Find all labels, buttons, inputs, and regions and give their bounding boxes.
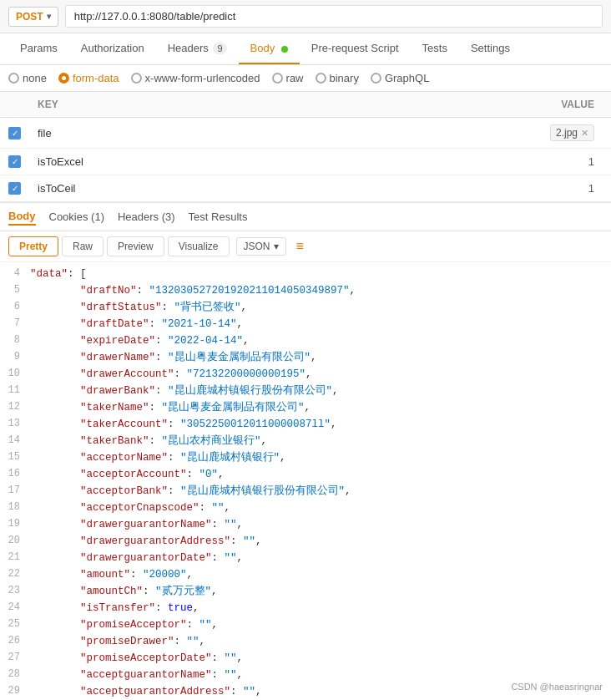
tab-prerequest[interactable]: Pre-request Script [300,33,411,64]
chevron-down-icon: ▾ [47,12,51,21]
fmt-pretty[interactable]: Pretty [8,236,58,256]
code-line-24: 24 "isTransfer": true, [0,600,611,616]
body-type-row: none form-data x-www-form-urlencoded raw… [0,65,611,92]
radio-circle-binary [316,73,326,84]
col-value: VALUE [306,92,611,118]
method-label: POST [16,11,43,23]
format-row: Pretty Raw Preview Visualize JSON ▾ ≡ [0,231,611,262]
col-key: KEY [29,92,306,118]
radio-graphql[interactable]: GraphQL [371,72,429,84]
body-dot [281,46,288,53]
json-selector[interactable]: JSON ▾ [236,237,286,256]
radio-raw[interactable]: raw [272,72,304,84]
tab-tests[interactable]: Tests [411,33,459,64]
checkbox-istoceil[interactable]: ✓ [8,182,21,195]
checkbox-istoexcel[interactable]: ✓ [8,155,21,168]
code-line-25: 25 "promiseAcceptor": "", [0,616,611,633]
radio-circle-urlencoded [131,73,142,84]
code-line-18: 18 "acceptorCnapscode": "", [0,500,611,516]
radio-circle-graphql [371,73,381,84]
fmt-visualize[interactable]: Visualize [168,236,230,256]
code-area: 4 "data": [ 5 "draftNo": "13203052720192… [0,262,611,700]
tab-body[interactable]: Body [239,33,300,64]
checkbox-file[interactable]: ✓ [8,127,21,139]
radio-circle-formdata [58,73,69,84]
fmt-preview[interactable]: Preview [107,236,164,256]
code-line-5: 5 "draftNo": "13203052720192021101405034… [0,282,611,299]
filter-icon[interactable]: ≡ [296,239,304,254]
code-line-16: 16 "acceptorAccount": "0", [0,466,611,483]
remove-file-icon[interactable]: ✕ [581,128,588,139]
chevron-json-icon: ▾ [274,241,279,252]
code-line-28: 28 "acceptguarantorName": "", [0,667,611,683]
radio-formdata[interactable]: form-data [58,72,119,84]
value-istoceil: 1 [306,175,611,202]
code-line-9: 9 "drawerName": "昆山粤麦金属制品有限公司", [0,349,611,366]
json-label: JSON [244,241,270,252]
tab-headers[interactable]: Headers 9 [156,33,239,64]
method-dropdown[interactable]: POST ▾ [8,7,58,27]
code-line-22: 22 "amount": "20000", [0,566,611,583]
resp-tab-headers[interactable]: Headers (3) [118,209,175,225]
tab-authorization[interactable]: Authorization [69,33,156,64]
nav-tabs: Params Authorization Headers 9 Body Pre-… [0,33,611,65]
radio-circle-none [8,73,19,84]
code-line-11: 11 "drawerBank": "昆山鹿城村镇银行股份有限公司", [0,383,611,399]
code-line-7: 7 "draftDate": "2021-10-14", [0,316,611,332]
tab-params[interactable]: Params [8,33,69,64]
table-row: ✓ file 2.jpg ✕ [0,118,611,149]
code-line-19: 19 "drawerguarantorName": "", [0,516,611,533]
code-line-8: 8 "expireDate": "2022-04-14", [0,332,611,349]
code-line-6: 6 "draftStatus": "背书已签收", [0,299,611,316]
key-istoceil: isToCeil [29,175,306,202]
value-file: 2.jpg ✕ [306,118,611,149]
fmt-raw[interactable]: Raw [62,236,104,256]
headers-badge: 9 [213,43,226,54]
code-line-14: 14 "takerBank": "昆山农村商业银行", [0,433,611,449]
code-line-21: 21 "drawerguarantorDate": "", [0,550,611,566]
table-row: ✓ isToExcel 1 [0,149,611,175]
params-table: KEY VALUE ✓ file 2.jpg ✕ ✓ isToExcel 1 ✓… [0,92,611,202]
top-bar: POST ▾ [0,0,611,33]
code-line-15: 15 "acceptorName": "昆山鹿城村镇银行", [0,449,611,466]
resp-tab-cookies[interactable]: Cookies (1) [49,209,104,225]
code-line-17: 17 "acceptorBank": "昆山鹿城村镇银行股份有限公司", [0,483,611,500]
code-line-27: 27 "promiseAcceptorDate": "", [0,650,611,667]
file-tag: 2.jpg ✕ [550,124,594,141]
radio-urlencoded[interactable]: x-www-form-urlencoded [131,72,260,84]
code-line-23: 23 "amountCh": "贰万元整", [0,583,611,600]
code-line-4: 4 "data": [ [0,266,611,282]
table-row: ✓ isToCeil 1 [0,175,611,202]
resp-tab-testresults[interactable]: Test Results [189,209,248,225]
code-line-10: 10 "drawerAccount": "72132200000000195", [0,366,611,383]
col-check [0,92,29,118]
tab-settings[interactable]: Settings [459,33,522,64]
watermark: CSDN @haeasringnar [511,682,603,692]
radio-none[interactable]: none [8,72,47,84]
code-line-20: 20 "drawerguarantorAddress": "", [0,533,611,550]
radio-circle-raw [272,73,283,84]
key-file: file [29,118,306,149]
response-tabs-row: Body Cookies (1) Headers (3) Test Result… [0,202,611,231]
key-istoexcel: isToExcel [29,149,306,175]
code-line-26: 26 "promiseDrawer": "", [0,633,611,650]
url-input[interactable] [65,5,603,28]
code-line-12: 12 "takerName": "昆山粤麦金属制品有限公司", [0,399,611,416]
value-istoexcel: 1 [306,149,611,175]
code-line-13: 13 "takerAccount": "30522500120110000087… [0,416,611,433]
resp-tab-body[interactable]: Body [8,208,36,226]
radio-binary[interactable]: binary [316,72,359,84]
